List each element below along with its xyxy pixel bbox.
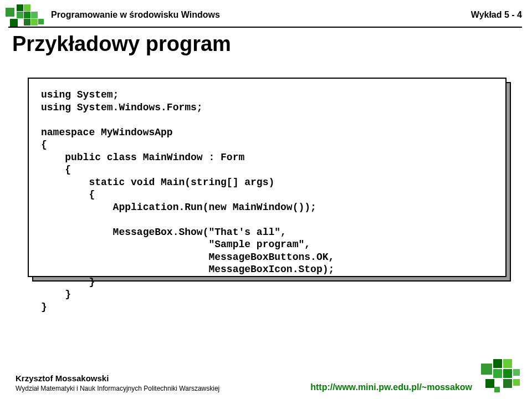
header-logo: [6, 4, 48, 25]
course-title: Programowanie w środowisku Windows: [51, 10, 471, 20]
author-name: Krzysztof Mossakowski: [16, 374, 310, 383]
footer-link[interactable]: http://www.mini.pw.edu.pl/~mossakow: [310, 382, 472, 392]
author-affiliation: Wydział Matematyki i Nauk Informacyjnych…: [16, 385, 310, 392]
code-content: using System; using System.Windows.Forms…: [28, 78, 507, 277]
footer-url[interactable]: http://www.mini.pw.edu.pl/~mossakow: [310, 382, 472, 392]
code-block: using System; using System.Windows.Forms…: [28, 78, 507, 277]
lecture-label: Wykład 5 - 4: [471, 10, 522, 20]
footer-logo: [478, 359, 522, 392]
slide-title: Przykładowy program: [12, 32, 231, 56]
slide-footer: Krzysztof Mossakowski Wydział Matematyki…: [16, 359, 522, 392]
slide-header: Programowanie w środowisku Windows Wykła…: [6, 4, 522, 25]
header-divider: [8, 27, 522, 28]
